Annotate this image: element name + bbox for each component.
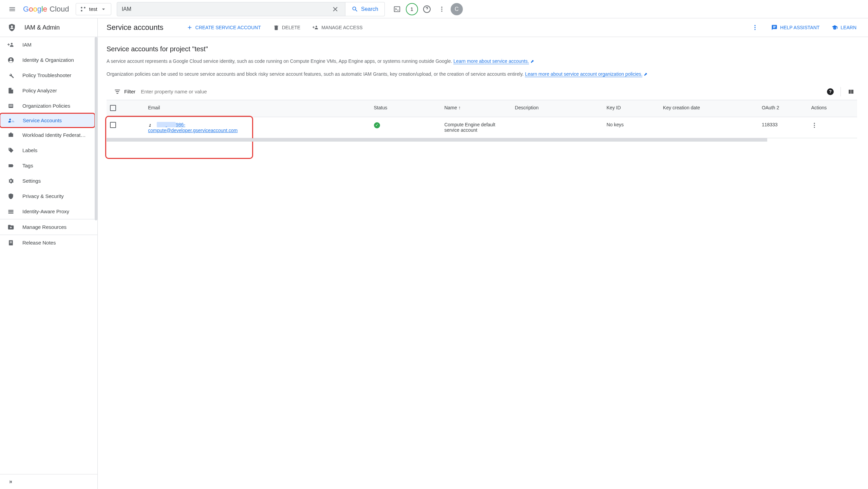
list-icon [7, 103, 14, 109]
learn-button[interactable]: LEARN [829, 22, 859, 33]
svg-point-27 [754, 25, 755, 26]
col-actions: Actions [808, 100, 857, 117]
page-title: Service accounts [107, 23, 164, 32]
filter-help-button[interactable]: ? [827, 88, 834, 95]
person-add-icon [7, 41, 14, 48]
layout: IAM & Admin IAM Identity & Organization … [0, 18, 868, 489]
manage-label: MANAGE ACCESS [321, 25, 362, 30]
sidebar: IAM & Admin IAM Identity & Organization … [0, 18, 98, 489]
search-input[interactable] [122, 6, 330, 12]
svg-rect-21 [8, 211, 14, 212]
sidebar-item-label: Organization Policies [22, 103, 70, 109]
svg-rect-18 [10, 132, 12, 133]
hamburger-menu-button[interactable] [4, 1, 20, 17]
sidebar-item-service-accounts[interactable]: Service Accounts [0, 113, 95, 128]
sidebar-collapse-button[interactable] [0, 474, 97, 489]
learn-more-service-accounts-link[interactable]: Learn more about service accounts. [453, 58, 529, 64]
service-account-icon [148, 123, 154, 128]
column-display-button[interactable] [848, 88, 854, 95]
sidebar-item-policy-analyzer[interactable]: Policy Analyzer [0, 83, 97, 98]
plus-icon [187, 24, 193, 31]
row-checkbox[interactable] [110, 122, 116, 128]
svg-point-7 [441, 8, 442, 10]
col-email[interactable]: Email [145, 100, 370, 117]
close-icon [332, 5, 339, 13]
sidebar-item-settings[interactable]: Settings [0, 173, 97, 188]
svg-point-1 [81, 7, 83, 8]
google-cloud-logo[interactable]: Google Cloud [23, 5, 69, 14]
svg-point-29 [754, 29, 755, 30]
create-service-account-button[interactable]: CREATE SERVICE ACCOUNT [184, 22, 264, 33]
sidebar-item-policy-troubleshooter[interactable]: Policy Troubleshooter [0, 68, 97, 83]
header-actions: 1 C [390, 2, 464, 16]
search-container: Search [117, 2, 385, 16]
scrollbar-thumb[interactable] [107, 138, 767, 142]
account-button[interactable]: C [450, 2, 464, 16]
search-button[interactable]: Search [345, 2, 385, 16]
sidebar-item-manage-resources[interactable]: Manage Resources [0, 219, 97, 235]
section-title: Service accounts for project "test" [107, 45, 857, 53]
delete-button[interactable]: DELETE [270, 22, 303, 33]
col-status[interactable]: Status [371, 100, 441, 117]
manage-access-button[interactable]: MANAGE ACCESS [310, 22, 365, 33]
sidebar-item-labels[interactable]: Labels [0, 143, 97, 158]
col-key-creation[interactable]: Key creation date [660, 100, 758, 117]
sidebar-item-label: Privacy & Security [22, 193, 64, 199]
search-clear-button[interactable] [330, 5, 340, 13]
cell-key-creation [660, 117, 758, 138]
external-link-icon: ⬈ [644, 71, 647, 78]
cell-email: 986- compute@developer.gserviceaccount.c… [145, 117, 370, 138]
toolbar: Service accounts CREATE SERVICE ACCOUNT … [98, 18, 868, 37]
cell-status: ✓ [371, 117, 441, 138]
gear-icon [7, 178, 14, 184]
learn-more-org-policies-link[interactable]: Learn more about service account organiz… [525, 71, 642, 77]
sidebar-item-label: Policy Analyzer [22, 88, 57, 93]
col-key-id[interactable]: Key ID [603, 100, 660, 117]
help-button[interactable] [420, 2, 434, 16]
svg-rect-22 [8, 213, 14, 214]
svg-rect-20 [8, 210, 14, 211]
sidebar-item-iap[interactable]: Identity-Aware Proxy [0, 204, 97, 219]
redacted-prefix [157, 122, 176, 127]
svg-point-10 [11, 43, 13, 44]
select-all-checkbox[interactable] [110, 105, 116, 111]
project-selector[interactable]: test [76, 3, 111, 15]
col-name[interactable]: Name↑ [441, 100, 511, 117]
sidebar-item-identity-org[interactable]: Identity & Organization [0, 52, 97, 68]
cell-name: Compute Engine default service account [441, 117, 511, 138]
sidebar-item-iam[interactable]: IAM [0, 37, 97, 52]
svg-point-2 [84, 7, 86, 8]
filter-toggle[interactable]: Filter [114, 88, 135, 95]
svg-rect-24 [10, 241, 12, 242]
external-link-icon: ⬈ [530, 58, 534, 65]
sidebar-item-label: Identity-Aware Proxy [22, 209, 69, 214]
filter-icon [114, 88, 121, 95]
overflow-button[interactable] [748, 21, 762, 34]
horizontal-scrollbar[interactable] [107, 138, 857, 142]
delete-label: DELETE [282, 25, 300, 30]
sidebar-item-privacy-security[interactable]: Privacy & Security [0, 188, 97, 204]
sidebar-header[interactable]: IAM & Admin [0, 18, 97, 37]
chevron-down-icon [100, 6, 107, 13]
service-account-email-link[interactable]: 986- compute@developer.gserviceaccount.c… [148, 122, 238, 133]
cloud-shell-button[interactable] [390, 2, 404, 16]
sidebar-item-label: Service Accounts [23, 117, 62, 123]
filter-input[interactable] [141, 89, 822, 94]
create-label: CREATE SERVICE ACCOUNT [195, 25, 261, 30]
col-description[interactable]: Description [511, 100, 603, 117]
row-actions-button[interactable] [811, 122, 854, 129]
col-oauth2[interactable]: OAuth 2 [758, 100, 808, 117]
sidebar-item-workload-identity[interactable]: Workload Identity Federat… [0, 127, 97, 143]
help-assistant-button[interactable]: HELP ASSISTANT [769, 22, 822, 33]
chat-icon [771, 24, 777, 31]
svg-point-19 [9, 148, 10, 149]
filter-row: Filter ? [107, 83, 857, 100]
search-icon [352, 6, 358, 13]
sidebar-item-tags[interactable]: Tags [0, 158, 97, 173]
sidebar-item-release-notes[interactable]: Release Notes [0, 235, 97, 250]
google-logo-icon: Google [23, 5, 48, 13]
terminal-icon [393, 5, 401, 13]
sidebar-item-org-policies[interactable]: Organization Policies [0, 98, 97, 113]
trial-status-button[interactable]: 1 [405, 2, 419, 16]
more-button[interactable] [435, 2, 449, 16]
